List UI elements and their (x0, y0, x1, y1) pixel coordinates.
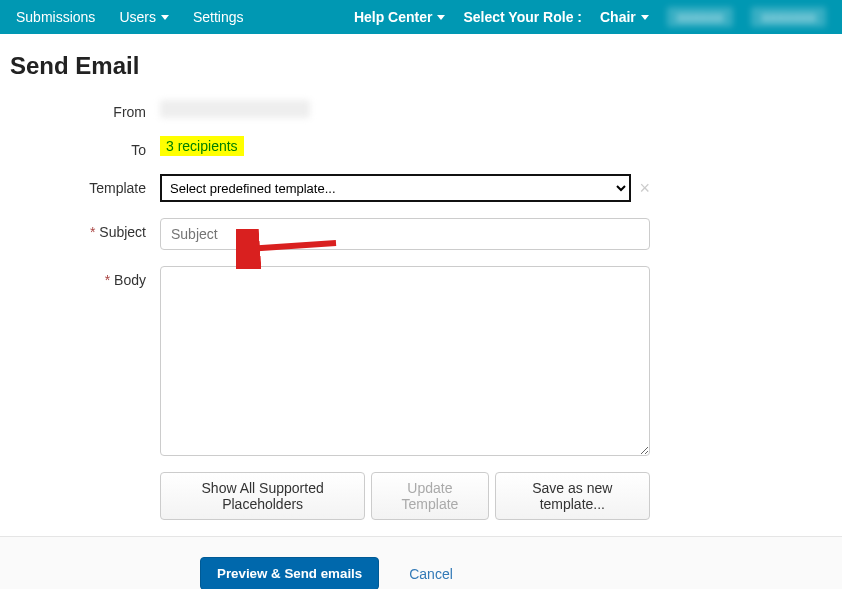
label-from: From (0, 98, 160, 120)
nav-users-label: Users (119, 9, 156, 25)
footer-actions: Preview & Send emails Cancel (0, 536, 842, 589)
nav-obscured-1: xxxxxx (667, 7, 734, 27)
top-navbar: Submissions Users Settings Help Center S… (0, 0, 842, 34)
chevron-down-icon (161, 15, 169, 20)
role-current: Chair (600, 9, 636, 25)
clear-template-icon[interactable]: × (639, 179, 650, 197)
show-placeholders-button[interactable]: Show All Supported Placeholders (160, 472, 365, 520)
role-dropdown[interactable]: Chair (600, 9, 649, 25)
update-template-button: Update Template (371, 472, 488, 520)
nav-help-center[interactable]: Help Center (354, 9, 446, 25)
nav-obscured-2: xxxxxxx (751, 7, 826, 27)
label-to: To (0, 136, 160, 158)
select-role-label: Select Your Role : (463, 9, 582, 25)
send-email-form: From To 3 recipients Template Select pre… (0, 98, 842, 520)
chevron-down-icon (437, 15, 445, 20)
chevron-down-icon (641, 15, 649, 20)
body-textarea[interactable] (160, 266, 650, 456)
label-subject: Subject (0, 218, 160, 240)
label-template: Template (0, 174, 160, 196)
cancel-link[interactable]: Cancel (409, 566, 453, 582)
nav-help-label: Help Center (354, 9, 433, 25)
subject-input[interactable] (160, 218, 650, 250)
nav-settings[interactable]: Settings (193, 9, 244, 25)
nav-submissions[interactable]: Submissions (16, 9, 95, 25)
page-title: Send Email (10, 52, 832, 80)
from-address-obscured (160, 100, 310, 118)
template-select[interactable]: Select predefined template... (160, 174, 631, 202)
to-recipients-link[interactable]: 3 recipients (160, 136, 244, 156)
save-template-button[interactable]: Save as new template... (495, 472, 650, 520)
label-body: Body (0, 266, 160, 288)
preview-send-button[interactable]: Preview & Send emails (200, 557, 379, 589)
nav-users[interactable]: Users (119, 9, 169, 25)
